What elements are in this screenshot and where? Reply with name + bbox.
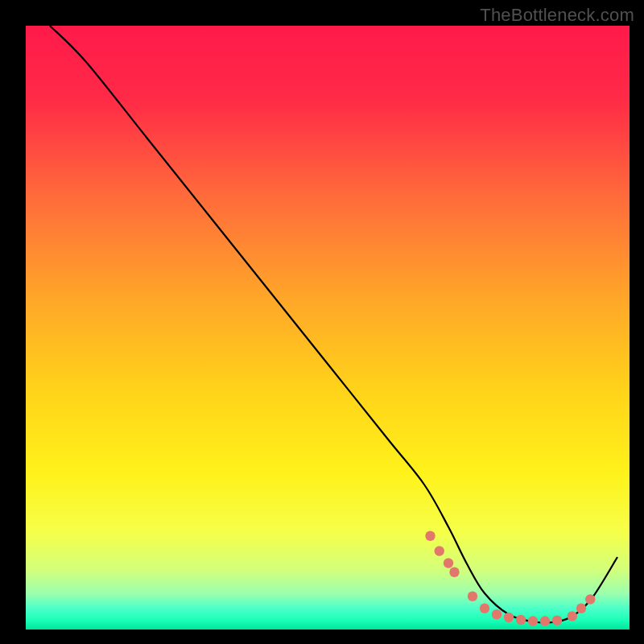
chart-plot: [0, 0, 644, 644]
background-gradient: [26, 26, 630, 630]
curve-marker-dot: [492, 609, 502, 619]
chart-container: { "watermark": "TheBottleneck.com", "cha…: [0, 0, 644, 644]
curve-marker-dot: [552, 616, 562, 625]
curve-marker-dot: [444, 558, 453, 568]
curve-marker-dot: [425, 531, 435, 541]
curve-marker-dot: [576, 604, 586, 613]
curve-marker-dot: [540, 616, 550, 625]
curve-marker-dot: [468, 592, 477, 601]
curve-marker-dot: [568, 611, 577, 621]
curve-marker-dot: [449, 568, 459, 577]
curve-marker-dot: [585, 594, 595, 604]
curve-marker-dot: [504, 613, 514, 622]
curve-marker-dot: [528, 616, 538, 625]
curve-marker-dot: [480, 604, 489, 613]
curve-marker-dot: [516, 615, 526, 625]
watermark-text: TheBottleneck.com: [480, 5, 634, 26]
curve-marker-dot: [435, 546, 444, 555]
